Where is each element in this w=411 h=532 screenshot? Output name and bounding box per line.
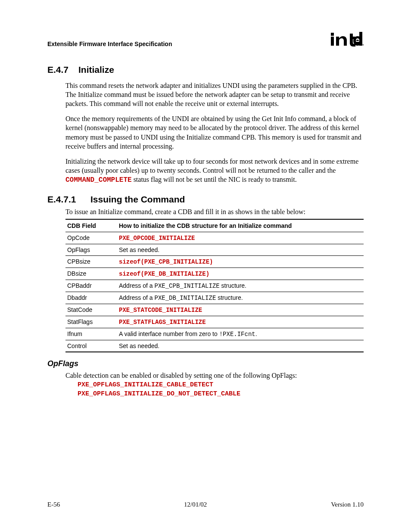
table-header: How to initialize the CDB structure for …: [117, 219, 364, 232]
intel-logo: R: [330, 30, 364, 47]
cdb-field: Dbaddr: [65, 292, 117, 304]
svg-rect-2: [359, 32, 362, 46]
cdb-field: StatFlags: [65, 316, 117, 328]
page-header: Extensible Firmware Interface Specificat…: [47, 30, 364, 47]
text-run: status flag will not be set until the NI…: [132, 176, 297, 183]
cdb-value: Address of a PXE_CPB_INITIALIZE structur…: [117, 280, 364, 292]
text-run: .: [255, 330, 257, 337]
paragraph: Cable detection can be enabled or disabl…: [65, 371, 364, 380]
text-run: Initializing the network device will tak…: [65, 158, 358, 174]
cdb-value: PXE_OPCODE_INITIALIZE: [117, 232, 364, 244]
subsection-body: To issue an Initialize command, create a…: [47, 207, 364, 352]
cdb-field: CPBaddr: [65, 280, 117, 292]
text-run: structure.: [220, 282, 246, 289]
cdb-field: DBsize: [65, 268, 117, 280]
table-row: Dbaddr Address of a PXE_DB_INITIALIZE st…: [65, 292, 364, 304]
table-row: CPBsize sizeof(PXE_CPB_INITIALIZE): [65, 256, 364, 268]
cdb-field: OpFlags: [65, 244, 117, 256]
cdb-field: StatCode: [65, 304, 117, 316]
section-body: This command resets the network adapter …: [47, 81, 364, 185]
table-row: DBsize sizeof(PXE_DB_INITIALIZE): [65, 268, 364, 280]
code-block: PXE_OPFLAGS_INITIALIZE_CABLE_DETECT PXE_…: [65, 381, 364, 398]
paragraph: Initializing the network device will tak…: [65, 157, 364, 185]
cdb-value: Address of a PXE_DB_INITIALIZE structure…: [117, 292, 364, 304]
opflags-body: Cable detection can be enabled or disabl…: [47, 371, 364, 398]
svg-rect-1: [331, 37, 334, 46]
text-run: structure.: [216, 294, 243, 301]
text-run: Address of a: [119, 294, 155, 301]
table-row: CPBaddr Address of a PXE_CPB_INITIALIZE …: [65, 280, 364, 292]
code-inline: PXE_STATFLAGS_INITIALIZE: [119, 319, 206, 326]
table-header-row: CDB Field How to initialize the CDB stru…: [65, 219, 364, 232]
subsection-heading: E.4.7.1Issuing the Command: [47, 194, 364, 205]
text-run: A valid interface number from zero to: [119, 330, 219, 337]
table-row: StatCode PXE_STATCODE_INITIALIZE: [65, 304, 364, 316]
page-footer: E-56 12/01/02 Version 1.10: [47, 501, 364, 508]
table-row: StatFlags PXE_STATFLAGS_INITIALIZE: [65, 316, 364, 328]
code-inline: !PXE.IFcnt: [219, 331, 255, 338]
table-row: OpFlags Set as needed.: [65, 244, 364, 256]
cdb-value: sizeof(PXE_CPB_INITIALIZE): [117, 256, 364, 268]
footer-date: 12/01/02: [184, 501, 207, 508]
cdb-field: Control: [65, 340, 117, 352]
code-inline: sizeof(PXE_DB_INITIALIZE): [119, 271, 209, 277]
section-number: E.4.7: [47, 65, 78, 75]
code-inline: PXE_CPB_INITIALIZE: [155, 283, 220, 289]
paragraph: To issue an Initialize command, create a…: [65, 207, 364, 216]
cdb-value: sizeof(PXE_DB_INITIALIZE): [117, 268, 364, 280]
section-title: Initialize: [78, 65, 114, 75]
cdb-value: A valid interface number from zero to !P…: [117, 328, 364, 340]
opflags-heading: OpFlags: [47, 359, 364, 368]
table-row: OpCode PXE_OPCODE_INITIALIZE: [65, 232, 364, 244]
cdb-field: CPBsize: [65, 256, 117, 268]
paragraph: Once the memory requirements of the UNDI…: [65, 114, 364, 150]
subsection-number: E.4.7.1: [47, 194, 90, 205]
table-row: Control Set as needed.: [65, 340, 364, 352]
code-inline: COMMAND_COMPLETE: [65, 176, 132, 184]
table-row: Ifnum A valid interface number from zero…: [65, 328, 364, 340]
text-run: Address of a: [119, 282, 155, 289]
code-inline: sizeof(PXE_CPB_INITIALIZE): [119, 258, 213, 265]
cdb-table: CDB Field How to initialize the CDB stru…: [65, 219, 364, 352]
cdb-value: PXE_STATCODE_INITIALIZE: [117, 304, 364, 316]
code-inline: PXE_DB_INITIALIZE: [155, 295, 216, 302]
code-line: PXE_OPFLAGS_INITIALIZE_CABLE_DETECT: [78, 381, 364, 389]
code-inline: PXE_OPCODE_INITIALIZE: [119, 235, 195, 242]
code-inline: PXE_STATCODE_INITIALIZE: [119, 307, 202, 314]
section-heading: E.4.7Initialize: [47, 65, 364, 75]
subsection-title: Issuing the Command: [90, 194, 185, 204]
svg-rect-0: [331, 33, 334, 36]
doc-title: Extensible Firmware Interface Specificat…: [47, 40, 172, 47]
code-line: PXE_OPFLAGS_INITIALIZE_DO_NOT_DETECT_CAB…: [78, 390, 364, 398]
cdb-value: Set as needed.: [117, 244, 364, 256]
table-header: CDB Field: [65, 219, 117, 232]
cdb-value: PXE_STATFLAGS_INITIALIZE: [117, 316, 364, 328]
cdb-field: Ifnum: [65, 328, 117, 340]
footer-page: E-56: [47, 501, 60, 508]
paragraph: This command resets the network adapter …: [65, 81, 364, 108]
cdb-field: OpCode: [65, 232, 117, 244]
cdb-value: Set as needed.: [117, 340, 364, 352]
footer-version: Version 1.10: [331, 501, 364, 508]
